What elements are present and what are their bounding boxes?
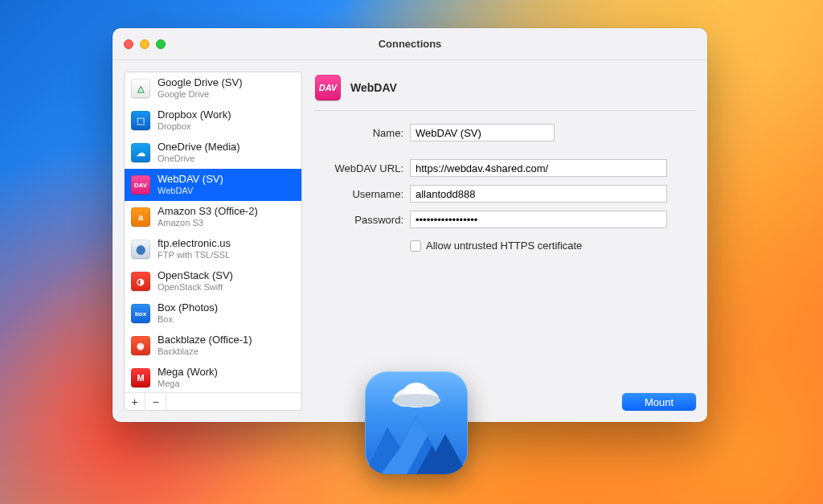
connection-type: OneDrive <box>158 154 240 164</box>
connection-name: WebDAV (SV) <box>158 174 223 186</box>
connection-name: Backblaze (Office-1) <box>158 334 252 346</box>
sidebar-item[interactable]: boxBox (Photos)Box <box>125 297 301 330</box>
username-field[interactable] <box>410 185 667 203</box>
svg-point-4 <box>392 394 440 407</box>
sidebar-item[interactable]: △Google Drive (SV)Google Drive <box>125 72 301 104</box>
sidebar-item[interactable]: DAVWebDAV (SV)WebDAV <box>125 169 301 201</box>
detail-header-title: WebDAV <box>350 81 397 94</box>
service-icon: ☁ <box>131 143 150 162</box>
webdav-url-field[interactable] <box>410 159 667 177</box>
sidebar-item[interactable]: ◑OpenStack (SV)OpenStack Swift <box>125 265 301 297</box>
username-label: Username: <box>313 188 403 200</box>
remove-connection-button[interactable]: − <box>145 393 166 410</box>
service-icon: DAV <box>131 175 150 195</box>
service-icon: △ <box>131 79 150 98</box>
connections-window: Connections △Google Drive (SV)Google Dri… <box>113 28 707 422</box>
connection-name: ftp.electronic.us <box>158 238 231 250</box>
sidebar-item[interactable]: ☁OneDrive (Media)OneDrive <box>125 137 301 169</box>
service-icon: ◑ <box>131 272 150 291</box>
connection-type: Dropbox <box>158 121 231 132</box>
name-label: Name: <box>313 127 403 139</box>
connection-type: WebDAV <box>158 186 223 196</box>
connection-name: Dropbox (Work) <box>158 109 231 121</box>
connection-type: Google Drive <box>158 89 242 100</box>
service-icon: ⬚ <box>131 111 150 130</box>
add-connection-button[interactable]: + <box>125 393 145 410</box>
connection-name: Amazon S3 (Office-2) <box>158 206 258 218</box>
service-icon: box <box>131 304 150 323</box>
sidebar-item[interactable]: MMega (Work)Mega <box>125 362 301 392</box>
detail-panel: DAV WebDAV Name: WebDAV URL: Username: P… <box>313 72 696 411</box>
allow-untrusted-label: Allow untrusted HTTPS certificate <box>426 240 582 252</box>
name-field[interactable] <box>410 124 555 141</box>
webdav-icon: DAV <box>315 75 341 100</box>
connections-sidebar: △Google Drive (SV)Google Drive⬚Dropbox (… <box>124 72 302 411</box>
service-icon: M <box>131 368 150 387</box>
connection-type: FTP with TSL/SSL <box>158 250 231 260</box>
connection-name: Box (Photos) <box>158 302 218 314</box>
url-label: WebDAV URL: <box>313 162 403 174</box>
service-icon: ◉ <box>131 336 150 355</box>
password-label: Password: <box>313 214 403 226</box>
window-title: Connections <box>113 38 707 50</box>
connection-type: Box <box>158 314 218 325</box>
connection-name: OpenStack (SV) <box>158 270 233 282</box>
connection-type: Backblaze <box>158 346 252 357</box>
titlebar: Connections <box>113 28 707 60</box>
sidebar-item[interactable]: ◉Backblaze (Office-1)Backblaze <box>125 330 301 362</box>
service-icon: ⬤ <box>131 240 150 259</box>
connection-name: OneDrive (Media) <box>158 141 240 154</box>
connection-type: Amazon S3 <box>158 218 258 228</box>
connection-type: Mega <box>158 379 218 389</box>
sidebar-item[interactable]: ⬚Dropbox (Work)Dropbox <box>125 104 301 137</box>
sidebar-item[interactable]: aAmazon S3 (Office-2)Amazon S3 <box>125 201 301 233</box>
connection-name: Google Drive (SV) <box>158 77 242 89</box>
service-icon: a <box>131 207 150 227</box>
mount-button[interactable]: Mount <box>622 393 696 411</box>
sidebar-item[interactable]: ⬤ftp.electronic.usFTP with TSL/SSL <box>125 233 301 265</box>
connection-name: Mega (Work) <box>158 367 218 379</box>
allow-untrusted-checkbox[interactable] <box>410 240 421 252</box>
connection-type: OpenStack Swift <box>158 282 233 293</box>
cloudmounter-app-icon <box>365 371 468 474</box>
password-field[interactable] <box>410 211 667 228</box>
